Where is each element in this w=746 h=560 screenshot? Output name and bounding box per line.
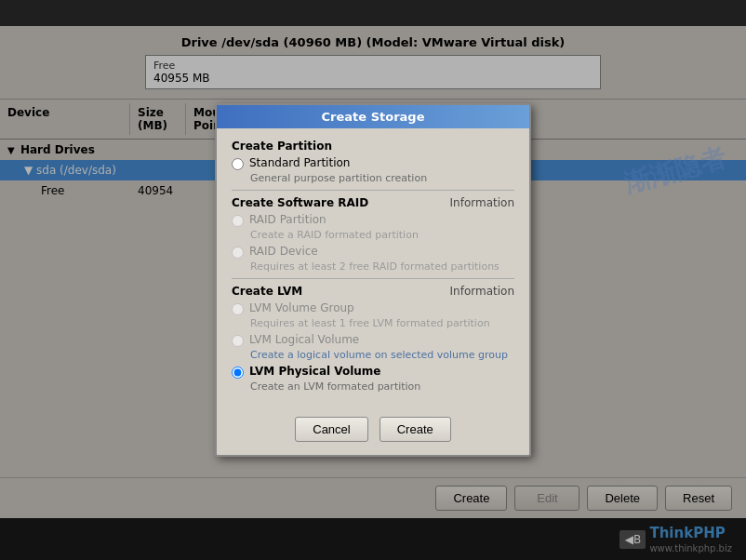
standard-partition-label: Standard Partition bbox=[249, 156, 350, 169]
lvm-physical-volume-label: LVM Physical Volume bbox=[249, 365, 381, 378]
standard-partition-radio[interactable] bbox=[232, 158, 244, 170]
lvm-info: Information bbox=[450, 285, 514, 298]
lvm-volume-group-radio[interactable] bbox=[232, 303, 244, 315]
lvm-physical-volume-row[interactable]: LVM Physical Volume bbox=[232, 365, 514, 379]
lvm-logical-volume-label: LVM Logical Volume bbox=[249, 333, 359, 346]
raid-partition-row[interactable]: RAID Partition bbox=[232, 213, 514, 227]
modal-body: Create Partition Standard Partition Gene… bbox=[217, 128, 529, 407]
lvm-volume-group-desc: Requires at least 1 free LVM formated pa… bbox=[250, 317, 514, 329]
modal-cancel-button[interactable]: Cancel bbox=[295, 417, 367, 442]
modal-footer: Cancel Create bbox=[217, 407, 529, 455]
lvm-logical-volume-radio[interactable] bbox=[232, 335, 244, 347]
lvm-volume-group-label: LVM Volume Group bbox=[249, 301, 354, 314]
raid-device-desc: Requires at least 2 free RAID formated p… bbox=[250, 260, 514, 273]
raid-partition-radio[interactable] bbox=[232, 215, 244, 227]
lvm-physical-volume-radio[interactable] bbox=[232, 367, 244, 379]
modal-overlay: Create Storage Create Partition Standard… bbox=[0, 0, 746, 560]
standard-partition-desc: General purpose partition creation bbox=[250, 172, 514, 184]
lvm-logical-volume-row[interactable]: LVM Logical Volume bbox=[232, 333, 514, 347]
raid-partition-label: RAID Partition bbox=[249, 213, 326, 226]
modal-title: Create Storage bbox=[217, 105, 529, 128]
lvm-volume-group-row[interactable]: LVM Volume Group bbox=[232, 301, 514, 315]
raid-partition-desc: Create a RAID formated partition bbox=[250, 229, 514, 241]
standard-partition-row[interactable]: Standard Partition bbox=[232, 156, 514, 170]
software-raid-section: Create Software RAID Information bbox=[232, 196, 514, 209]
software-raid-info: Information bbox=[450, 196, 514, 209]
create-storage-modal: Create Storage Create Partition Standard… bbox=[215, 103, 531, 457]
section-partition: Create Partition bbox=[232, 140, 514, 153]
raid-device-label: RAID Device bbox=[249, 245, 318, 258]
modal-create-button[interactable]: Create bbox=[380, 417, 451, 442]
lvm-logical-volume-desc: Create a logical volume on selected volu… bbox=[250, 349, 514, 361]
raid-device-radio[interactable] bbox=[232, 247, 244, 259]
main-area: Drive /dev/sda (40960 MB) (Model: VMware… bbox=[0, 0, 746, 560]
raid-device-row[interactable]: RAID Device bbox=[232, 245, 514, 259]
lvm-section: Create LVM Information bbox=[232, 285, 514, 298]
lvm-physical-volume-desc: Create an LVM formated partition bbox=[250, 380, 514, 393]
